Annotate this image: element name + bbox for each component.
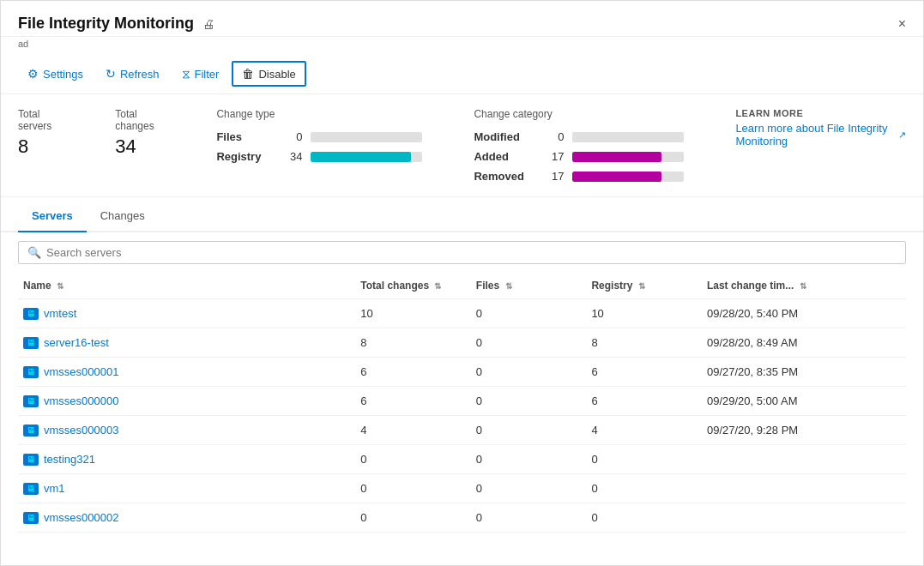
col-header-name: Name ⇅	[18, 273, 355, 299]
added-bar-fill	[572, 152, 661, 162]
server-icon	[23, 424, 39, 437]
disable-label: Disable	[258, 68, 295, 81]
server-icon	[23, 512, 39, 524]
removed-bar	[572, 172, 684, 182]
files-bar	[311, 132, 422, 142]
col-header-registry: Registry ⇅	[586, 273, 702, 299]
server-icon	[23, 308, 39, 320]
tab-changes[interactable]: Changes	[87, 201, 159, 232]
cell-changes: 0	[355, 474, 471, 503]
panel-header: File Integrity Monitoring 🖨 ×	[1, 1, 923, 37]
print-icon[interactable]: 🖨	[202, 17, 214, 31]
server-link[interactable]: server16-test	[23, 336, 350, 349]
total-servers-block: Total servers 8	[18, 108, 63, 183]
cell-name: server16-test	[18, 328, 355, 358]
cell-changes: 0	[355, 445, 471, 474]
tab-servers[interactable]: Servers	[18, 201, 87, 232]
sort-icon-lastchange[interactable]: ⇅	[800, 281, 806, 291]
table-body: vmtest 10 0 10 09/28/20, 5:40 PM server1…	[18, 299, 906, 533]
col-header-lastchange: Last change tim... ⇅	[702, 273, 906, 299]
server-link[interactable]: vmsses000002	[23, 511, 350, 524]
cell-files: 0	[471, 299, 587, 328]
cell-name: testing321	[18, 445, 355, 474]
cell-files: 0	[471, 387, 587, 416]
registry-label: Registry	[216, 150, 272, 163]
server-icon	[23, 483, 39, 495]
cell-changes: 6	[355, 387, 471, 416]
refresh-icon: ↻	[106, 67, 116, 81]
server-link[interactable]: vmsses000003	[23, 424, 350, 437]
server-name: testing321	[44, 453, 95, 466]
close-button[interactable]: ×	[898, 17, 906, 31]
table-row: vmsses000000 6 0 6 09/29/20, 5:00 AM	[18, 387, 906, 416]
toolbar: ⚙ Settings ↻ Refresh ⧖ Filter 🗑 Disable	[1, 54, 923, 94]
cell-lastchange: 09/27/20, 9:28 PM	[702, 416, 906, 445]
modified-row: Modified 0	[474, 130, 684, 143]
server-link[interactable]: vmsses000000	[23, 394, 350, 407]
change-category-block: Change category Modified 0 Added 17 Remo…	[474, 108, 684, 183]
settings-button[interactable]: ⚙ Settings	[18, 62, 93, 86]
header-row: Name ⇅ Total changes ⇅ Files ⇅ Registry …	[18, 273, 906, 299]
server-icon	[23, 366, 39, 378]
server-link[interactable]: vm1	[23, 482, 350, 495]
modified-label: Modified	[474, 130, 534, 143]
server-link[interactable]: testing321	[23, 453, 350, 466]
sort-icon-registry[interactable]: ⇅	[638, 281, 645, 291]
server-link[interactable]: vmtest	[23, 307, 350, 320]
panel-subtitle: ad	[1, 37, 923, 54]
learn-more-block: LEARN MORE Learn more about File Integri…	[735, 108, 906, 183]
change-type-block: Change type Files 0 Registry 34	[216, 108, 422, 183]
cell-files: 0	[471, 503, 587, 533]
server-link[interactable]: vmsses000001	[23, 365, 350, 378]
filter-button[interactable]: ⧖ Filter	[172, 62, 229, 87]
cell-lastchange	[702, 474, 906, 503]
removed-label: Removed	[474, 170, 534, 183]
server-icon	[23, 395, 39, 407]
server-name: vmsses000002	[44, 511, 118, 524]
cell-lastchange	[702, 445, 906, 474]
server-name: vmsses000003	[44, 424, 118, 437]
filter-label: Filter	[195, 68, 220, 81]
total-changes-value: 34	[115, 135, 165, 158]
cell-changes: 8	[355, 328, 471, 358]
registry-count: 34	[281, 150, 302, 163]
cell-changes: 0	[355, 503, 471, 533]
external-link-icon: ↗	[898, 129, 906, 141]
modified-count: 0	[542, 130, 564, 143]
disable-icon: 🗑	[242, 67, 254, 81]
files-row: Files 0	[216, 130, 422, 143]
server-name: vmtest	[44, 307, 76, 320]
table-row: vmtest 10 0 10 09/28/20, 5:40 PM	[18, 299, 906, 328]
col-header-changes: Total changes ⇅	[355, 273, 471, 299]
cell-name: vm1	[18, 474, 355, 503]
search-area: 🔍	[1, 232, 923, 273]
search-input[interactable]	[46, 246, 897, 259]
learn-more-link[interactable]: Learn more about File Integrity Monitori…	[735, 122, 906, 148]
stats-area: Total servers 8 Total changes 34 Change …	[1, 94, 923, 197]
server-name: vm1	[44, 482, 65, 495]
removed-bar-fill	[572, 172, 661, 182]
server-icon	[23, 454, 39, 466]
cell-registry: 6	[586, 358, 702, 387]
refresh-button[interactable]: ↻ Refresh	[96, 62, 169, 86]
cell-name: vmsses000003	[18, 416, 355, 445]
cell-registry: 10	[586, 299, 702, 328]
registry-bar	[311, 152, 422, 162]
cell-files: 0	[471, 416, 587, 445]
table-row: vmsses000003 4 0 4 09/27/20, 9:28 PM	[18, 416, 906, 445]
sort-icon-name[interactable]: ⇅	[57, 281, 63, 291]
settings-label: Settings	[43, 68, 83, 81]
server-name: vmsses000000	[44, 394, 118, 407]
added-bar	[572, 152, 684, 162]
cell-registry: 0	[586, 474, 702, 503]
change-category-label: Change category	[474, 108, 684, 120]
registry-bar-fill	[311, 152, 411, 162]
cell-files: 0	[471, 328, 587, 358]
disable-button[interactable]: 🗑 Disable	[232, 61, 305, 87]
cell-registry: 0	[586, 445, 702, 474]
learn-more-heading: LEARN MORE	[735, 108, 906, 118]
cell-name: vmsses000002	[18, 503, 355, 533]
change-type-label: Change type	[216, 108, 422, 120]
sort-icon-files[interactable]: ⇅	[505, 281, 512, 291]
sort-icon-changes[interactable]: ⇅	[434, 281, 441, 291]
